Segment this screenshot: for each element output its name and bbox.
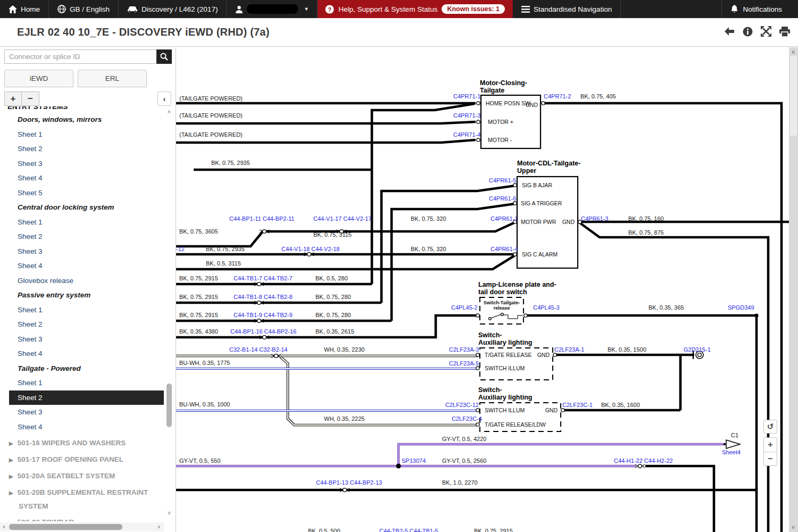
rotate-diagram-button[interactable]: ↺ bbox=[763, 420, 777, 434]
connector-link-label[interactable]: C4PR61-4 bbox=[491, 246, 518, 252]
tree-group-srs[interactable]: ▶501-20B SUPPLEMENTAL RESTRAINT SYSTEM bbox=[0, 485, 164, 513]
component-switch-auxiliary-lighting-c[interactable]: Switch- Auxiliary lighting SWITCH ILLUM … bbox=[476, 386, 564, 431]
connector-link-label[interactable]: C44-BP1-11 C44-BP2-11 bbox=[229, 215, 295, 222]
search-input[interactable] bbox=[4, 49, 156, 64]
tree-item-sheet[interactable]: Sheet 4 bbox=[0, 171, 164, 186]
tree-item-sheet[interactable]: Sheet 4 bbox=[0, 346, 164, 361]
connector-link-label[interactable]: C4PR71-4 bbox=[453, 131, 480, 138]
diagram-scroll-up-icon[interactable]: ˄ bbox=[789, 48, 797, 56]
tree-group-wipers[interactable]: ▶501-16 WIPERS AND WASHERS bbox=[0, 436, 164, 451]
tree-item-entry-systems[interactable]: ENTRY SYSTEMS bbox=[0, 106, 164, 112]
nav-notifications[interactable]: Notifications bbox=[721, 0, 798, 18]
nav-vehicle[interactable]: Discovery / L462 (2017) bbox=[119, 0, 227, 18]
tree-section-passive-entry[interactable]: Passive entry system bbox=[0, 288, 164, 303]
wiring-diagram-canvas[interactable]: Motor-Closing- Tailgate HOME POSN SW GND… bbox=[176, 47, 789, 532]
connector-link-label[interactable]: C2LF23C-12 bbox=[445, 402, 479, 408]
connector-link-label[interactable]: -12 bbox=[176, 246, 185, 252]
connector-link-label[interactable]: C44-TB2-5 C44-TB1-5 bbox=[379, 528, 438, 532]
component-motor-closing-tailgate[interactable]: Motor-Closing- Tailgate HOME POSN SW GND… bbox=[477, 79, 545, 148]
print-button[interactable] bbox=[779, 26, 791, 37]
tree-item-sheet-selected[interactable]: Sheet 2 bbox=[9, 390, 164, 405]
nav-home[interactable]: Home bbox=[0, 0, 49, 18]
diagram-scroll-thumb[interactable] bbox=[790, 56, 797, 136]
connector-link-label[interactable]: C2LF23C-1 bbox=[562, 402, 593, 408]
tree-item-sheet[interactable]: Sheet 3 bbox=[0, 405, 164, 420]
connector-link-label[interactable]: SP13074 bbox=[402, 458, 426, 464]
component-switch-auxiliary-lighting-a[interactable]: Switch- Auxiliary lighting T/GATE RELEAS… bbox=[476, 331, 556, 380]
connector-link-label[interactable]: C44-TB1-8 C44-TB2-8 bbox=[234, 294, 293, 300]
tree-item-sheet[interactable]: Sheet 1 bbox=[0, 215, 164, 230]
tree-scroll-up-icon[interactable]: ˄ bbox=[165, 108, 173, 115]
connector-link-label[interactable]: C2LF23A-5 bbox=[449, 360, 479, 367]
connector-link-label[interactable]: C44-TB1-7 C44-TB2-7 bbox=[234, 275, 293, 281]
known-issues-badge[interactable]: Known issues: 1 bbox=[442, 4, 505, 14]
connector-link-label[interactable]: C44-BP1-16 C44-BP2-16 bbox=[230, 328, 296, 335]
tree-item-sheet[interactable]: Sheet 1 bbox=[0, 376, 164, 390]
horizontal-scroll-thumb[interactable] bbox=[9, 524, 122, 530]
connector-link-label[interactable]: C4PR71-1 bbox=[453, 93, 480, 99]
tree-item-sheet[interactable]: Sheet 2 bbox=[0, 142, 164, 156]
offpage-connector[interactable] bbox=[724, 440, 740, 448]
tree-group-roof-panel[interactable]: ▶501-17 ROOF OPENING PANEL bbox=[0, 452, 164, 467]
connector-link-label[interactable]: C4PR71-2 bbox=[544, 93, 571, 99]
tree-section-central-door-locking[interactable]: Central door locking system bbox=[0, 200, 164, 215]
tree-item-sheet[interactable]: Sheet 1 bbox=[0, 127, 164, 142]
connector-link-label[interactable]: C4PR61-5 bbox=[489, 177, 516, 184]
tree-group-towbar[interactable]: ▶502-03 TOWBAR bbox=[0, 515, 164, 521]
diagram-zoom-out-button[interactable]: − bbox=[764, 452, 777, 466]
tree-item-sheet[interactable]: Sheet 2 bbox=[0, 317, 164, 332]
connector-link-label[interactable]: G2D215-1 bbox=[684, 346, 711, 353]
diagram-scroll-down-icon[interactable]: ˅ bbox=[789, 523, 797, 531]
tree-item-sheet[interactable]: Sheet 4 bbox=[0, 420, 164, 435]
search-button[interactable] bbox=[156, 49, 172, 64]
scroll-left-icon[interactable]: ‹ bbox=[0, 522, 8, 531]
diagram-scrollbar[interactable]: ˄ ˅ bbox=[789, 47, 798, 532]
nav-user-menu[interactable]: ▼ bbox=[227, 0, 318, 18]
nav-locale[interactable]: GB / English bbox=[49, 0, 119, 18]
nav-standardised-navigation[interactable]: Standardised Navigation bbox=[513, 0, 621, 18]
connector-link-label[interactable]: C44-H1-22 C44-H2-22 bbox=[614, 458, 673, 464]
splice-sp13074[interactable] bbox=[396, 464, 401, 469]
info-button[interactable] bbox=[742, 26, 753, 37]
splice-spgd349[interactable] bbox=[754, 313, 758, 317]
tree-scroll-down-icon[interactable]: ˅ bbox=[165, 509, 173, 517]
connector-link-label[interactable]: C44-TB1-9 C44-TB2-9 bbox=[234, 312, 293, 318]
fullscreen-button[interactable] bbox=[760, 26, 772, 37]
connector-link-label[interactable]: C2LF23C-4 bbox=[452, 415, 482, 422]
tree-group-seatbelt[interactable]: ▶501-20A SEATBELT SYSTEM bbox=[0, 469, 164, 484]
tree-item-sheet[interactable]: Sheet 3 bbox=[0, 332, 164, 347]
tree-item-sheet[interactable]: Sheet 3 bbox=[0, 244, 164, 259]
tree-item-sheet[interactable]: Sheet 5 bbox=[0, 186, 164, 201]
tree-item-sheet[interactable]: Sheet 1 bbox=[0, 303, 164, 318]
tree-scrollbar[interactable]: ˄ ˅ bbox=[165, 108, 173, 517]
connector-link-label[interactable]: C4PL45-3 bbox=[533, 304, 560, 311]
scroll-right-icon[interactable]: › bbox=[155, 522, 163, 531]
tree-scroll-thumb[interactable] bbox=[167, 384, 172, 427]
tree-section-doors-windows-mirrors[interactable]: Doors, windows, mirrors bbox=[0, 112, 164, 127]
tree-zoom-out-button[interactable]: − bbox=[22, 92, 39, 106]
nav-help-support[interactable]: ? Help, Support & System Status Known is… bbox=[318, 0, 513, 18]
connector-link-label[interactable]: C2LF23A-1 bbox=[554, 346, 584, 353]
diagram-zoom-in-button[interactable]: + bbox=[764, 438, 777, 452]
connector-link-label[interactable]: C4PR61-1 bbox=[491, 215, 518, 222]
tree-item-sheet[interactable]: Sheet 2 bbox=[0, 229, 164, 244]
sidebar-horizontal-scrollbar[interactable]: ‹ › bbox=[0, 522, 164, 531]
tab-iewd[interactable]: iEWD bbox=[4, 70, 73, 87]
tree-item-sheet[interactable]: Sheet 3 bbox=[0, 156, 164, 171]
connector-link-label[interactable]: C4PR71-3 bbox=[453, 112, 480, 119]
back-button[interactable] bbox=[723, 26, 735, 37]
tab-erl[interactable]: ERL bbox=[78, 70, 147, 87]
connector-link-label[interactable]: C4PL45-2 bbox=[451, 304, 478, 311]
connector-link-label[interactable]: Sheet4 bbox=[722, 449, 741, 455]
tree-item-glovebox-release[interactable]: Glovebox release bbox=[0, 273, 164, 288]
tree-zoom-in-button[interactable]: + bbox=[4, 92, 22, 106]
tree-item-sheet[interactable]: Sheet 4 bbox=[0, 259, 164, 273]
sidebar-collapse-button[interactable]: ‹ bbox=[157, 92, 171, 106]
connector-link-label[interactable]: C44-V1-17 C44-V2-17 bbox=[313, 215, 371, 222]
connector-link-label[interactable]: C4PR61-6 bbox=[489, 195, 516, 202]
component-motor-cdl-tailgate-upper[interactable]: Motor-CDL-Tailgate- Upper SIG B AJAR SIG… bbox=[513, 160, 581, 268]
connector-link-label[interactable]: C4PR61-3 bbox=[581, 215, 608, 222]
component-lamp-license-tail-door-switch[interactable]: Lamp-License plate and- tail door switch… bbox=[476, 281, 556, 324]
connector-link-label[interactable]: SPGD349 bbox=[728, 304, 754, 311]
connector-link-label[interactable]: C44-BP1-13 C44-BP2-13 bbox=[316, 479, 382, 486]
